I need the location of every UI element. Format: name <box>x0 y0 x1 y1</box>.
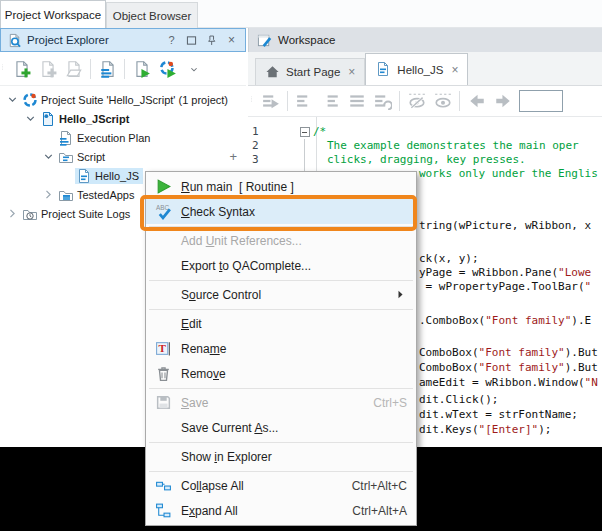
menu-item-label: Edit <box>181 317 202 331</box>
toolbar-grip[interactable] <box>250 90 257 112</box>
maximize-icon[interactable] <box>184 33 199 48</box>
code-span-code: dit.wText = strFontName; <box>419 408 578 421</box>
menu-item-rename[interactable]: TRename <box>146 336 416 361</box>
format-all-button[interactable] <box>344 88 369 115</box>
code-span-code: ).E <box>571 314 591 327</box>
format-right-button[interactable] <box>318 88 343 115</box>
menu-item-edit[interactable]: Edit <box>146 311 416 336</box>
editor-tab-hello-js[interactable]: Hello_JS× <box>365 53 468 85</box>
code-span-code: ComboBox( <box>419 361 479 374</box>
menu-item-show-in-explorer[interactable]: Show in Explorer <box>146 444 416 469</box>
menu-item-save[interactable]: SaveCtrl+S <box>146 390 416 415</box>
tree-item-project-suite[interactable]: Project Suite 'Hello_JScript' (1 project… <box>0 90 246 109</box>
code-line: /* <box>313 125 326 138</box>
menu-item-check-syntax[interactable]: ABCCheck Syntax <box>146 199 416 224</box>
menu-item-add-unit-references[interactable]: Add Unit References... <box>146 228 416 253</box>
tree-item-body: Script <box>57 149 109 165</box>
close-tab-icon[interactable]: × <box>451 63 458 77</box>
menu-item-label: Expand All <box>181 504 238 518</box>
menu-item-expand-all[interactable]: Expand AllCtrl+Alt+A <box>146 498 416 523</box>
menu-separator <box>149 309 413 310</box>
show-regions-button[interactable] <box>430 88 455 115</box>
code-span-string: "Lowe <box>558 266 591 279</box>
workspace-tab-strip: Project Workspace Object Browser <box>0 0 602 28</box>
menu-separator <box>149 471 413 472</box>
format-undo-button[interactable] <box>370 88 395 115</box>
code-span-code: ).But <box>565 361 598 374</box>
open-item-button[interactable] <box>61 55 86 82</box>
svg-text:T: T <box>158 342 166 354</box>
project-explorer-header: Project Explorer ?× <box>0 28 246 52</box>
add-existing-item-button[interactable] <box>35 55 60 82</box>
tree-item-label: Project Suite Logs <box>38 207 134 221</box>
project-explorer-title: Project Explorer <box>27 34 109 46</box>
code-line: dit.wText = strFontName; <box>419 408 578 421</box>
chevron-down-icon[interactable] <box>22 111 39 127</box>
menu-item-save-current-as[interactable]: Save Current As... <box>146 415 416 440</box>
close-tab-icon[interactable]: × <box>348 65 355 79</box>
fold-collapse-box[interactable] <box>300 127 310 137</box>
nav-forward-button[interactable] <box>490 88 515 115</box>
tree-item-body: Execution Plan <box>57 130 154 146</box>
toolbar-separator <box>287 91 288 111</box>
menu-item-source-control[interactable]: Source Control <box>146 282 416 307</box>
close-icon[interactable]: × <box>224 33 239 48</box>
toolbar-grip[interactable] <box>1 58 8 80</box>
add-item-plus-button[interactable]: + <box>229 150 237 163</box>
menu-item-collapse-all[interactable]: Collapse AllCtrl+Alt+C <box>146 473 416 498</box>
help-icon[interactable]: ? <box>164 33 179 48</box>
menu-item-label: Remove <box>181 367 226 381</box>
code-line: The example demonstrates the main oper <box>327 139 579 152</box>
code-span-string: "[Enter]" <box>479 423 539 436</box>
editor-search-box[interactable] <box>519 90 563 112</box>
pin-icon[interactable] <box>204 33 219 48</box>
organize-tests-button[interactable] <box>95 55 120 82</box>
run-dropdown-button[interactable] <box>181 55 206 82</box>
format-left-button[interactable] <box>292 88 317 115</box>
code-span-code: tring(wPicture, wRibbon, x <box>419 219 591 232</box>
chevron-placeholder <box>40 130 57 146</box>
tree-item-execution-plan[interactable]: Execution Plan <box>0 128 246 147</box>
chevron-right-icon[interactable] <box>40 187 57 203</box>
tree-item-script[interactable]: Script+ <box>0 147 246 166</box>
tree-item-label: Execution Plan <box>74 131 154 145</box>
run-focused-item-button[interactable] <box>129 55 154 82</box>
new-item-button[interactable] <box>9 55 34 82</box>
menu-item-label: Save Current As... <box>181 421 278 435</box>
project-explorer-icon <box>7 33 22 48</box>
code-line: ComboBox("Font family").But <box>419 346 598 359</box>
menu-item-run-main[interactable]: Run main [ Routine ] <box>146 174 416 199</box>
toolbar-separator <box>459 91 460 111</box>
tab-project-workspace[interactable]: Project Workspace <box>0 0 106 28</box>
line-number: 3 <box>252 153 259 166</box>
menu-item-remove[interactable]: Remove <box>146 361 416 386</box>
panel-header-buttons: ?× <box>164 33 239 48</box>
tab-object-browser[interactable]: Object Browser <box>106 2 198 28</box>
svg-text:ABC: ABC <box>156 204 169 211</box>
nav-back-button[interactable] <box>464 88 489 115</box>
code-line: yPage = wRibbon.Pane("Lowe <box>419 266 591 279</box>
menu-item-label: Add Unit References... <box>181 234 302 248</box>
menu-item-label: Collapse All <box>181 479 244 493</box>
chevron-right-icon[interactable] <box>4 206 21 222</box>
code-span-string: "Font family" <box>479 346 565 359</box>
code-line: ComboBox("Font family").But <box>419 361 598 374</box>
tree-item-project[interactable]: Hello_JScript <box>0 109 246 128</box>
tree-item-body: Hello_JS <box>75 168 143 184</box>
toolbar-separator <box>90 59 91 79</box>
editor-tab-start-page[interactable]: Start Page× <box>255 58 365 85</box>
run-project-suite-button[interactable] <box>155 55 180 82</box>
chevron-down-icon[interactable] <box>40 149 57 165</box>
run-icon <box>146 178 181 195</box>
code-line: works only under the Englis <box>419 167 598 180</box>
expand-icon <box>146 502 181 519</box>
menu-item-export-to-qacomplete[interactable]: Export to QAComplete... <box>146 253 416 278</box>
toolbar-separator <box>399 91 400 111</box>
chevron-down-icon[interactable] <box>4 92 21 108</box>
editor-tab-strip: Start Page×Hello_JS× <box>248 52 602 86</box>
hide-regions-button[interactable] <box>404 88 429 115</box>
project-explorer-toolbar <box>0 52 246 86</box>
run-routine-button[interactable] <box>258 88 283 115</box>
code-line: ck(x, y); <box>419 252 479 265</box>
tree-item-body: TestedApps <box>57 187 138 203</box>
